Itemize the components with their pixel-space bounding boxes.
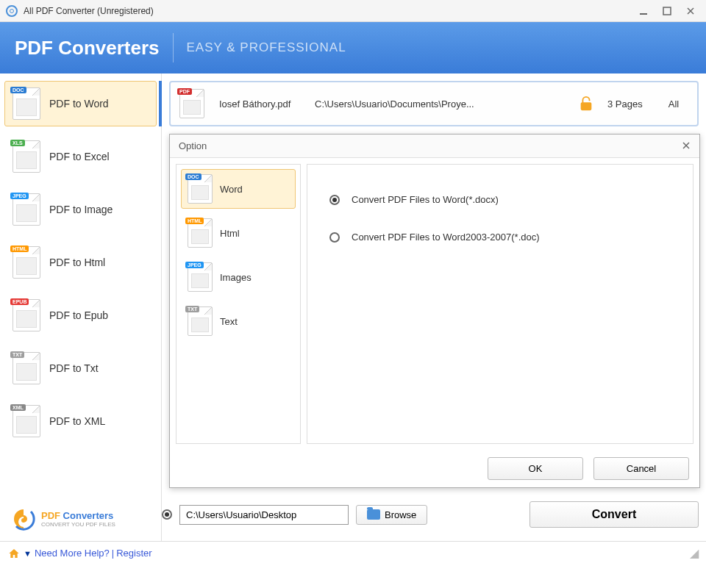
resize-grip[interactable]: ◢ — [690, 546, 699, 560]
sidebar-item-pdf-to-excel[interactable]: XLS PDF to Excel — [4, 134, 157, 179]
dialog-header: Option — [170, 135, 699, 158]
dialog-footer: OK Cancel — [170, 450, 699, 487]
file-name: Iosef Báthory.pdf — [219, 98, 315, 110]
dialog-tab-label: Html — [220, 228, 240, 239]
maximize-button[interactable] — [662, 6, 672, 16]
option-dialog: Option DOC Word HTML Html JPEG — [169, 134, 700, 488]
swirl-icon — [12, 507, 35, 531]
sidebar-item-label: PDF to Image — [49, 204, 113, 215]
dialog-tab-word[interactable]: DOC Word — [181, 169, 296, 209]
header: PDF Converters EASY & PROFESSIONAL — [0, 22, 706, 74]
sidebar: DOC PDF to Word XLS PDF to Excel JPEG PD… — [0, 74, 162, 541]
register-link[interactable]: Register — [116, 548, 151, 559]
logo-conv: Converters — [60, 510, 113, 521]
dialog-close-button[interactable] — [682, 140, 691, 152]
output-radio[interactable] — [162, 509, 172, 520]
sidebar-item-label: PDF to XML — [49, 415, 105, 427]
file-path: C:\Users\Usuario\Documents\Proye... — [315, 98, 565, 110]
sidebar-item-label: PDF to Epub — [49, 309, 108, 321]
dialog-tab-html[interactable]: HTML Html — [181, 213, 296, 253]
dialog-tab-label: Images — [220, 272, 252, 283]
statusbar: ▼ Need More Help? | Register ◢ — [0, 541, 706, 564]
file-list-row[interactable]: PDF Iosef Báthory.pdf C:\Users\Usuario\D… — [169, 81, 699, 126]
txt-icon: TXT — [13, 352, 40, 384]
home-icon — [7, 548, 21, 559]
sidebar-item-pdf-to-epub[interactable]: EPUB PDF to Epub — [4, 293, 157, 338]
dialog-tab-images[interactable]: JPEG Images — [181, 257, 296, 297]
sidebar-item-label: PDF to Word — [49, 98, 109, 110]
dialog-tab-label: Word — [220, 184, 243, 195]
xls-icon: XLS — [13, 140, 40, 173]
sidebar-item-pdf-to-txt[interactable]: TXT PDF to Txt — [4, 345, 157, 391]
app-icon — [6, 5, 18, 17]
minimize-button[interactable] — [638, 6, 649, 16]
sidebar-item-label: PDF to Html — [49, 257, 105, 268]
browse-label: Browse — [385, 509, 416, 520]
txt-icon: TXT — [188, 306, 213, 336]
logo-sub: CONVERT YOU PDF FILES — [41, 521, 115, 528]
sidebar-item-pdf-to-xml[interactable]: XML PDF to XML — [4, 398, 157, 444]
file-pages: 3 Pages — [607, 98, 659, 110]
dialog-tab-label: Text — [220, 316, 238, 327]
output-path-input[interactable] — [179, 505, 349, 525]
doc-icon: DOC — [188, 174, 213, 204]
svg-rect-1 — [663, 7, 671, 15]
browse-button[interactable]: Browse — [356, 505, 427, 525]
window-title: All PDF Converter (Unregistered) — [24, 6, 638, 16]
pdf-icon: PDF — [179, 89, 204, 118]
html-icon: HTML — [188, 218, 213, 248]
radio-icon — [329, 195, 340, 205]
help-link[interactable]: Need More Help? — [35, 548, 110, 559]
close-button[interactable] — [685, 6, 696, 16]
header-title: PDF Converters — [15, 37, 160, 60]
dialog-title: Option — [179, 140, 682, 151]
ok-button[interactable]: OK — [488, 457, 583, 480]
dialog-panel: Convert PDF Files to Word(*.docx) Conver… — [307, 164, 693, 444]
sidebar-item-label: PDF to Txt — [49, 362, 99, 374]
header-divider — [173, 33, 174, 62]
option-doc[interactable]: Convert PDF Files to Word2003-2007(*.doc… — [329, 232, 671, 243]
radio-icon — [329, 232, 340, 243]
jpeg-icon: JPEG — [188, 262, 213, 292]
file-range: All — [659, 98, 688, 110]
filerow-selection-indicator — [159, 81, 162, 126]
chevron-down-icon[interactable]: ▼ — [24, 549, 32, 558]
sidebar-item-pdf-to-image[interactable]: JPEG PDF to Image — [4, 187, 157, 232]
option-docx[interactable]: Convert PDF Files to Word(*.docx) — [329, 194, 671, 205]
sidebar-item-pdf-to-word[interactable]: DOC PDF to Word — [4, 81, 157, 126]
content: PDF Iosef Báthory.pdf C:\Users\Usuario\D… — [162, 74, 706, 541]
footer-separator: | — [112, 548, 114, 559]
xml-icon: XML — [13, 405, 40, 437]
header-tagline: EASY & PROFESSIONAL — [187, 40, 346, 55]
epub-icon: EPUB — [13, 299, 40, 331]
logo-pdf: PDF — [41, 510, 60, 521]
dialog-tabs: DOC Word HTML Html JPEG Images TXT Text — [176, 164, 301, 444]
option-label: Convert PDF Files to Word2003-2007(*.doc… — [352, 232, 540, 243]
html-icon: HTML — [13, 246, 40, 279]
jpeg-icon: JPEG — [13, 193, 40, 226]
sidebar-item-pdf-to-html[interactable]: HTML PDF to Html — [4, 240, 157, 285]
dialog-tab-text[interactable]: TXT Text — [181, 301, 296, 341]
convert-button[interactable]: Convert — [530, 501, 699, 528]
option-label: Convert PDF Files to Word(*.docx) — [352, 194, 499, 205]
cancel-button[interactable]: Cancel — [593, 457, 689, 480]
footer-logo: PDF Converters CONVERT YOU PDF FILES — [0, 507, 154, 531]
sidebar-item-label: PDF to Excel — [49, 151, 110, 162]
lock-icon — [578, 96, 594, 112]
svg-rect-0 — [640, 13, 647, 15]
folder-icon — [367, 509, 380, 520]
titlebar: All PDF Converter (Unregistered) — [0, 0, 706, 22]
doc-icon: DOC — [13, 87, 40, 120]
